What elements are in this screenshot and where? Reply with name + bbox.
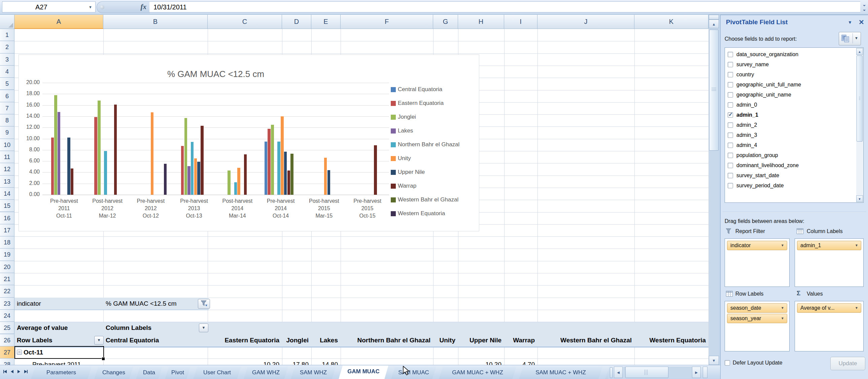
h-scroll-thumb[interactable] (625, 367, 669, 378)
bar-unity[interactable] (281, 116, 284, 195)
bar-unity[interactable] (151, 112, 154, 195)
sheet-tab-sam-muac-+-whz[interactable]: SAM MUAC + WHZ (519, 367, 602, 379)
column-header-K[interactable]: K (634, 15, 709, 29)
bar-northern-bahr-el-ghazal[interactable] (234, 182, 237, 195)
bar-upper-nile[interactable] (284, 152, 287, 195)
bar-unity[interactable] (324, 158, 327, 195)
row-header-20[interactable]: 20 (0, 261, 14, 273)
bar-unity[interactable] (237, 168, 240, 195)
bar-lakes[interactable] (58, 112, 61, 195)
bar-upper-nile[interactable] (197, 162, 200, 195)
column-header-E[interactable]: E (311, 15, 341, 29)
row-header-22[interactable]: 22 (0, 285, 14, 297)
sheet-tab-gam-whz[interactable]: GAM WHZ (244, 367, 288, 379)
field-list-scroll-down[interactable]: ▼ (856, 195, 863, 202)
field-checkbox-survey_period_date[interactable] (727, 183, 733, 188)
field-item-admin_2[interactable]: admin_2 (727, 121, 855, 131)
bar-eastern-equatoria[interactable] (94, 117, 97, 195)
report-filter-area[interactable]: indicator▼ (724, 238, 789, 287)
formula-input[interactable]: 10/31/2011 (149, 1, 860, 12)
row-header-9[interactable]: 9 (0, 127, 14, 139)
insert-function-icon[interactable]: fx (141, 3, 147, 11)
row-header-3[interactable]: 3 (0, 54, 14, 66)
cell-H26[interactable]: Upper Nile (458, 334, 501, 346)
cell-C26[interactable]: Eastern Equatoria (208, 334, 279, 346)
bar-western-bahr-el-ghazal[interactable] (290, 154, 293, 195)
row-header-1[interactable]: 1 (0, 29, 14, 41)
row-header-27[interactable]: 27 (0, 346, 14, 358)
row-header-15[interactable]: 15 (0, 200, 14, 212)
row-header-24[interactable]: 24 (0, 310, 14, 322)
bar-northern-bahr-el-ghazal[interactable] (277, 142, 280, 195)
panel-menu-icon[interactable]: ▼ (848, 20, 852, 25)
row-labels-area[interactable]: season_date▼season_year▼ (724, 301, 789, 351)
row-header-16[interactable]: 16 (0, 212, 14, 224)
pill-dropdown-icon[interactable]: ▼ (855, 304, 858, 312)
v-scroll-down-button[interactable]: ▼ (709, 356, 719, 365)
bar-eastern-equatoria[interactable] (51, 138, 54, 195)
sheet-tab-data[interactable]: Data (136, 367, 162, 379)
cell-B26[interactable]: Central Equatoria (106, 334, 159, 346)
field-checkbox-admin_2[interactable] (727, 123, 733, 128)
column-header-D[interactable]: D (282, 15, 311, 29)
row-header-7[interactable]: 7 (0, 102, 14, 114)
bar-jonglei[interactable] (54, 95, 57, 195)
row-header-25[interactable]: 25 (0, 322, 14, 334)
row-header-26[interactable]: 26 (0, 334, 14, 346)
field-checkbox-admin_1[interactable]: ✓ (727, 112, 733, 118)
bar-warrap[interactable] (374, 145, 377, 195)
field-item-dominant_livelihood_zone[interactable]: dominant_livelihood_zone (727, 162, 855, 171)
field-checkbox-survey_name[interactable] (727, 62, 733, 67)
scrollbar-split-handle[interactable] (709, 15, 719, 20)
bar-northern-bahr-el-ghazal[interactable] (191, 142, 194, 195)
field-item-survey_period_date[interactable]: survey_period_date (727, 182, 855, 191)
column-labels-area[interactable]: admin_1▼ (795, 238, 864, 287)
name-box[interactable]: A27 ▼ (2, 1, 96, 12)
row-header-19[interactable]: 19 (0, 248, 14, 261)
bar-warrap[interactable] (287, 171, 290, 195)
sheet-tab-changes[interactable]: Changes (94, 367, 133, 379)
sheet-tab-parameters[interactable]: Parameters (31, 367, 92, 379)
column-header-H[interactable]: H (458, 15, 504, 29)
bar-eastern-equatoria[interactable] (181, 146, 184, 195)
column-header-G[interactable]: G (433, 15, 458, 29)
bar-lakes[interactable] (187, 166, 190, 195)
bar-warrap[interactable] (200, 126, 204, 195)
pill-dropdown-icon[interactable]: ▼ (781, 314, 784, 323)
row-header-17[interactable]: 17 (0, 224, 14, 236)
field-list-view-button[interactable]: ▼ (839, 32, 861, 45)
column-labels-dropdown-button[interactable]: ▼ (199, 323, 208, 332)
row-header-23[interactable]: 23 (0, 298, 14, 310)
defer-layout-update-checkbox[interactable] (724, 360, 730, 366)
row-labels-dropdown-button[interactable]: ▼ (94, 336, 104, 345)
cell-D26[interactable]: Jonglei (282, 334, 309, 346)
tab-nav-first[interactable] (3, 369, 8, 374)
pivot-field-pill-season-date[interactable]: season_date▼ (727, 303, 787, 313)
cell-A23[interactable]: indicator (17, 298, 41, 310)
cell-I26[interactable]: Warrap (504, 334, 535, 346)
cell-K26[interactable]: Western Equatoria (634, 334, 706, 346)
tab-nav-last[interactable] (23, 369, 28, 374)
field-item-survey_start_date[interactable]: survey_start_date (727, 172, 855, 181)
row-header-8[interactable]: 8 (0, 114, 14, 127)
column-header-J[interactable]: J (537, 15, 634, 29)
sheet-tab-sam-muac[interactable]: SAM MUAC (391, 367, 436, 379)
indicator-filter-button[interactable] (198, 299, 210, 309)
name-box-dropdown-icon[interactable]: ▼ (89, 2, 92, 13)
bar-unity[interactable] (194, 159, 197, 195)
bar-upper-nile[interactable] (67, 138, 70, 195)
field-checkbox-population_group[interactable] (727, 153, 733, 158)
row-header-4[interactable]: 4 (0, 66, 14, 78)
bar-western-equatoria[interactable] (164, 164, 167, 195)
field-list-scroll-thumb[interactable] (857, 56, 863, 142)
field-item-admin_0[interactable]: admin_0 (727, 101, 855, 110)
pivot-field-pill-season-year[interactable]: season_year▼ (727, 314, 787, 323)
bar-jonglei[interactable] (271, 125, 274, 195)
row-header-5[interactable]: 5 (0, 78, 14, 90)
field-checkbox-admin_3[interactable] (727, 133, 733, 138)
field-item-population_group[interactable]: population_group (727, 151, 855, 161)
sheet-tab-gam-muac[interactable]: GAM MUAC (339, 366, 389, 379)
column-header-C[interactable]: C (208, 15, 282, 29)
field-list-view-dropdown-icon[interactable]: ▼ (855, 36, 858, 40)
pill-dropdown-icon[interactable]: ▼ (781, 241, 784, 250)
